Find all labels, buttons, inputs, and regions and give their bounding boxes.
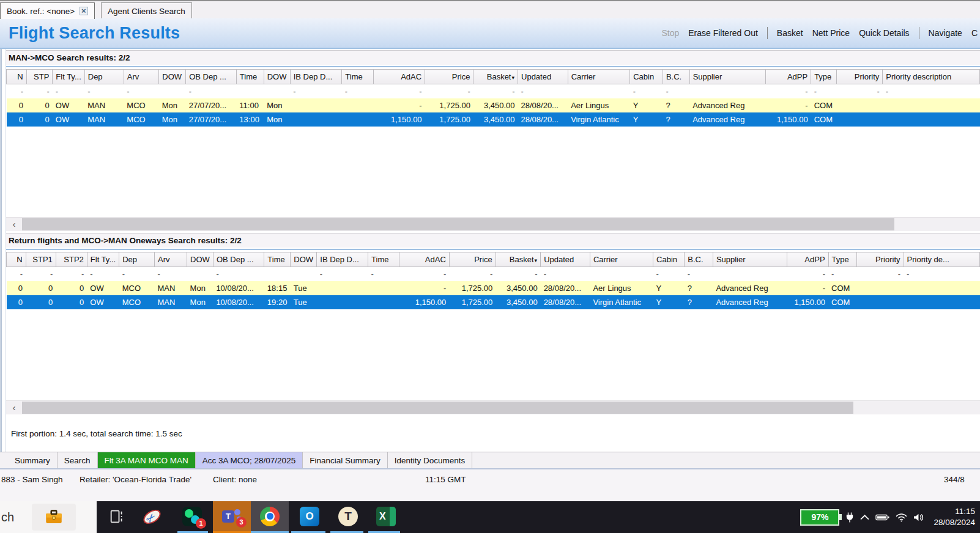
column-header[interactable]: IB Dep D...	[317, 252, 368, 267]
column-header[interactable]: Flt Ty...	[87, 252, 119, 267]
task-view-button[interactable]	[103, 501, 131, 531]
tab-agent-clients-search[interactable]: Agent Clients Search	[101, 2, 192, 19]
scroll-left-icon[interactable]: ‹	[7, 401, 21, 414]
column-header[interactable]: AdPP	[765, 70, 811, 84]
task-view-icon	[108, 508, 125, 525]
column-header[interactable]: Arv	[124, 70, 158, 84]
view-tab-search[interactable]: Search	[58, 452, 98, 468]
return-horizontal-scrollbar[interactable]: ‹	[6, 400, 980, 414]
close-icon[interactable]: ×	[80, 7, 88, 15]
column-header[interactable]: Cabin	[630, 70, 663, 84]
column-header[interactable]: DOW	[187, 252, 213, 267]
column-header[interactable]: Arv	[154, 252, 187, 267]
column-header[interactable]: Time	[236, 70, 264, 84]
column-header[interactable]: Supplier	[713, 252, 787, 267]
column-header[interactable]: Priority description	[883, 70, 980, 84]
excel-button[interactable]: X	[369, 501, 403, 531]
column-header[interactable]: Basket▾	[473, 70, 518, 84]
column-header[interactable]: AdPP	[787, 252, 828, 267]
view-tab-flt-3a-man-mco-man[interactable]: Flt 3A MAN MCO MAN	[98, 452, 196, 468]
column-header[interactable]: OB Dep ...	[186, 70, 237, 84]
column-header[interactable]: AdAC	[399, 252, 449, 267]
view-tab-financial-summary[interactable]: Financial Summary	[303, 452, 388, 468]
column-header[interactable]: Priority	[856, 252, 904, 267]
outlook-button[interactable]: O	[292, 501, 327, 531]
webex-button[interactable]: 1	[175, 501, 209, 531]
column-header[interactable]: Priority	[837, 70, 883, 84]
column-header[interactable]: B.C.	[663, 70, 689, 84]
column-header[interactable]: DOW	[291, 252, 317, 267]
column-header[interactable]: Price	[425, 70, 473, 84]
column-header[interactable]: B.C.	[685, 252, 713, 267]
toolbar-item-stop[interactable]: Stop	[661, 28, 679, 38]
search-highlight-button[interactable]	[32, 504, 76, 531]
filter-row[interactable]: -------------------	[7, 267, 980, 282]
toolbar-item-erase-filtered-out[interactable]: Erase Filtered Out	[688, 28, 758, 38]
column-header[interactable]: Cabin	[653, 252, 685, 267]
cell: 0	[26, 112, 53, 127]
column-header[interactable]: Updated	[541, 252, 590, 267]
column-header[interactable]: Carrier	[590, 252, 653, 267]
column-header[interactable]: STP	[26, 70, 53, 84]
wifi-icon[interactable]	[896, 513, 907, 522]
outbound-horizontal-scrollbar[interactable]: ‹	[6, 217, 980, 231]
column-header[interactable]: Priority de...	[904, 252, 979, 267]
cell: -	[787, 267, 828, 282]
toolbar-item-nett-price[interactable]: Nett Price	[812, 28, 850, 38]
taskbar-search-area[interactable]: ch	[0, 501, 97, 533]
scrollbar-thumb[interactable]	[22, 218, 894, 230]
column-header[interactable]: DOW	[264, 70, 290, 84]
cell: -	[496, 267, 540, 282]
scrollbar-thumb[interactable]	[22, 402, 853, 414]
column-header[interactable]: Updated	[518, 70, 568, 84]
scroll-left-icon[interactable]: ‹	[7, 218, 21, 231]
view-tab-summary[interactable]: Summary	[8, 452, 58, 468]
result-row[interactable]: 000OWMCOMANMon10/08/20...19:20Tue1,150.0…	[7, 295, 980, 309]
cell: -	[541, 267, 590, 282]
view-tab-acc-3a-mco-28-07-2025[interactable]: Acc 3A MCO; 28/07/2025	[196, 452, 303, 468]
result-row[interactable]: 000OWMCOMANMon10/08/20...18:15Tue-1,725.…	[7, 281, 980, 295]
cell: 27/07/20...	[186, 98, 237, 112]
chrome-button[interactable]	[251, 501, 289, 531]
column-header[interactable]: Carrier	[568, 70, 630, 84]
column-header[interactable]: Dep	[119, 252, 155, 267]
cell: -	[84, 84, 124, 99]
column-header[interactable]: STP1	[26, 252, 56, 267]
cell: 1,150.00	[787, 295, 828, 309]
column-header[interactable]: Type	[828, 252, 856, 267]
column-header[interactable]: N	[7, 252, 26, 267]
taskbar-clock[interactable]: 11:15 28/08/2024	[931, 506, 975, 528]
column-header[interactable]: STP2	[56, 252, 87, 267]
toolbar-item-basket[interactable]: Basket	[777, 28, 803, 38]
column-header[interactable]: Flt Ty...	[53, 70, 84, 84]
column-header[interactable]: Price	[449, 252, 496, 267]
tab-booking-ref[interactable]: Book. ref.: <none> ×	[0, 2, 95, 19]
teams-button[interactable]: T 3	[213, 501, 251, 531]
cell: 27/07/20...	[186, 112, 237, 127]
toolbar-item-c[interactable]: C	[971, 28, 978, 38]
column-header[interactable]: Basket▾	[496, 252, 540, 267]
column-header[interactable]: Dep	[84, 70, 124, 84]
column-header[interactable]: Supplier	[689, 70, 765, 84]
column-header[interactable]: OB Dep ...	[213, 252, 264, 267]
brand-app-button[interactable]: T	[332, 501, 365, 531]
column-header[interactable]: AdAC	[373, 70, 425, 84]
battery-icon[interactable]	[875, 513, 889, 521]
column-header[interactable]: Type	[811, 70, 837, 84]
filter-row[interactable]: ------------------	[7, 84, 980, 99]
column-header[interactable]: Time	[264, 252, 291, 267]
column-header[interactable]: Time	[342, 70, 374, 84]
column-header[interactable]: Time	[368, 252, 399, 267]
result-row[interactable]: 00OWMANMCOMon27/07/20...13:00Mon1,150.00…	[7, 112, 980, 127]
battery-percentage[interactable]: 97%	[800, 509, 839, 526]
volume-icon[interactable]	[913, 513, 925, 522]
chevron-up-icon[interactable]	[860, 515, 869, 520]
toolbar-item-navigate[interactable]: Navigate	[929, 28, 962, 38]
toolbar-item-quick-details[interactable]: Quick Details	[859, 28, 909, 38]
column-header[interactable]: DOW	[159, 70, 186, 84]
result-row[interactable]: 00OWMANMCOMon27/07/20...11:00Mon-1,725.0…	[7, 98, 980, 112]
column-header[interactable]: N	[7, 70, 27, 84]
column-header[interactable]: IB Dep D...	[290, 70, 342, 84]
view-tab-identity-documents[interactable]: Identity Documents	[388, 452, 473, 468]
snipping-tool-button[interactable]: ✂	[136, 501, 168, 531]
